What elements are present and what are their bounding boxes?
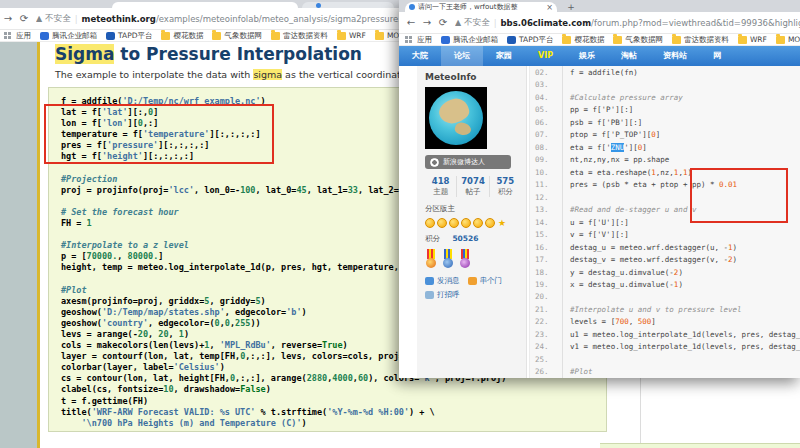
forum-code-line-15: 15.v = f['V'][:] — [530, 230, 800, 242]
stat-积分[interactable]: 575积分 — [490, 176, 521, 197]
forum-code-line-25: 25. — [530, 355, 800, 367]
url-domain: meteothink.org — [82, 14, 156, 24]
app-icon — [507, 36, 516, 44]
nav-item-2[interactable]: 家园 — [483, 46, 525, 66]
left-bookmark-3[interactable]: 樱花数据 — [161, 31, 203, 41]
back-icon[interactable]: ← — [403, 17, 419, 28]
line-number: 04. — [530, 93, 562, 105]
avatar[interactable] — [425, 87, 487, 149]
content-column-divider — [640, 378, 641, 444]
line-content: u1 = meteo.log_interpolate_1d(levels, pr… — [562, 330, 800, 342]
forum-code-line-17: 17.destag_v = meteo.wrf.destagger(v, -2) — [530, 255, 800, 267]
right-bookmark-4[interactable]: 气象数据网 — [613, 35, 663, 45]
visit-home-link[interactable]: 串个门 — [468, 276, 503, 286]
new-tab-button[interactable]: + — [565, 2, 577, 12]
right-address-bar[interactable]: ▲ 不安全 | bbs.06climate.com /forum.php?mod… — [455, 17, 800, 29]
folder-icon — [562, 36, 571, 44]
line-number: 17. — [530, 255, 562, 267]
left-bookmark-4[interactable]: 气象数据网 — [212, 31, 262, 41]
right-bookmark-1[interactable]: 腾讯企业邮箱 — [441, 35, 498, 45]
medal-icon — [459, 249, 471, 269]
red-annotation-box-left — [44, 104, 274, 164]
bookmark-label: WRF — [349, 31, 366, 40]
smiley-medal-icon — [461, 218, 471, 228]
title-highlight: Sigma — [55, 44, 114, 64]
right-browser-window: 请问一下王老师，wrfout数据整 × + ← → ⟳ ▲ 不安全 | bbs.… — [399, 0, 800, 378]
right-bookmark-0[interactable]: 应用 — [405, 35, 432, 45]
intro-paragraph: The example to interpolate the data with… — [55, 69, 419, 80]
right-bookmark-5[interactable]: 雷达数据资料 — [672, 35, 729, 45]
line-number: 09. — [530, 155, 562, 167]
line-content — [562, 355, 800, 367]
line-number: 24. — [530, 342, 562, 354]
code-line-30: '\n700 hPa Heights (m) and Temperature (… — [61, 418, 606, 429]
grid-icon — [405, 36, 414, 44]
bookmark-label: TAPD平台 — [519, 35, 553, 45]
line-number: 11. — [530, 180, 562, 192]
security-label: 不安全 — [45, 13, 71, 25]
stat-主题[interactable]: 418主题 — [425, 176, 457, 197]
url-domain: bbs.06climate.com — [501, 18, 592, 28]
nav-item-5[interactable]: 淘帖 — [608, 46, 650, 66]
chip-separator: | — [75, 14, 78, 24]
forum-code-line-23: 23.u1 = meteo.log_interpolate_1d(levels,… — [530, 330, 800, 342]
nav-item-6[interactable]: 资料站 — [650, 46, 700, 66]
left-bookmark-2[interactable]: TAPD平台 — [106, 31, 152, 41]
line-number: 14. — [530, 218, 562, 230]
left-bookmark-5[interactable]: 雷达数据资料 — [271, 31, 328, 41]
line-content: #Interpolate u and v to pressure level — [562, 305, 800, 317]
star-icon: ★ — [498, 218, 506, 228]
medal-icon — [425, 249, 437, 269]
right-bookmark-7[interactable]: MODIS — [776, 35, 800, 44]
screen: → ⟳ ▲ 不安全 | meteothink.org /examples/met… — [0, 0, 800, 448]
globe-land — [437, 96, 471, 126]
stat-帖子[interactable]: 7074帖子 — [457, 176, 489, 197]
chip-separator: | — [494, 18, 497, 28]
line-content: ptop = f['P_TOP'][0] — [562, 130, 800, 142]
forward-icon[interactable]: → — [0, 13, 16, 24]
greet-link[interactable]: 打招呼 — [425, 290, 460, 300]
left-bookmark-6[interactable]: WRF — [337, 31, 366, 40]
bookmark-label: 腾讯企业邮箱 — [52, 31, 97, 41]
right-bookmark-3[interactable]: 樱花数据 — [562, 35, 604, 45]
smiley-medal-icon — [449, 218, 459, 228]
forum-code-line-21: 21.#Interpolate u and v to pressure leve… — [530, 305, 800, 317]
docs-sidebar-strip — [0, 42, 37, 448]
grid-icon — [4, 32, 13, 40]
reload-icon[interactable]: ⟳ — [435, 17, 451, 28]
nav-item-3[interactable]: VIP — [525, 46, 566, 66]
right-active-tab[interactable]: 请问一下王老师，wrfout数据整 × — [405, 2, 557, 12]
line-content: v1 = meteo.log_interpolate_1d(levels, pr… — [562, 342, 800, 354]
line-number: 19. — [530, 280, 562, 292]
right-bookmark-6[interactable]: WRF — [738, 35, 767, 44]
user-stats: 418主题7074帖子575积分 — [425, 176, 521, 197]
forum-nav-bar: 大院论坛家园VIP娱乐淘帖资料站网 — [399, 46, 800, 66]
line-number: 02. — [530, 68, 562, 80]
nav-item-1[interactable]: 论坛 — [441, 46, 483, 66]
bookmark-label: 气象数据网 — [625, 35, 663, 45]
forward-icon[interactable]: → — [419, 17, 435, 28]
line-content: x = destag_u.dimvalue(-1) — [562, 280, 800, 292]
forum-code-line-06: 06.psb = f['PB'][:] — [530, 118, 800, 130]
code-line-28: t = f.gettime(FH) — [61, 396, 606, 407]
bookmark-label: WRF — [750, 35, 767, 44]
folder-icon — [672, 36, 681, 44]
nav-item-0[interactable]: 大院 — [399, 46, 441, 66]
send-message-link[interactable]: 发消息 — [425, 276, 460, 286]
left-bookmark-0[interactable]: 应用 — [4, 31, 31, 41]
left-bookmark-1[interactable]: 腾讯企业邮箱 — [40, 31, 97, 41]
forum-code-line-26: 26.#Plot — [530, 367, 800, 378]
username[interactable]: MeteoInfo — [425, 72, 518, 82]
reload-icon[interactable]: ⟳ — [16, 13, 32, 24]
visit-home-label: 串个门 — [480, 276, 503, 286]
globe-land — [454, 121, 473, 137]
intro-highlight: sigma — [253, 69, 282, 80]
tab-close-icon[interactable]: × — [546, 3, 553, 12]
nav-item-4[interactable]: 娱乐 — [566, 46, 608, 66]
right-bookmark-2[interactable]: TAPD平台 — [507, 35, 553, 45]
nav-item-7[interactable]: 网 — [700, 46, 734, 66]
tab-title: 请问一下王老师，wrfout数据整 — [418, 2, 544, 12]
weibo-badge[interactable]: 新浪微博达人 — [425, 155, 511, 169]
line-number: 12. — [530, 193, 562, 205]
line-number: 18. — [530, 268, 562, 280]
